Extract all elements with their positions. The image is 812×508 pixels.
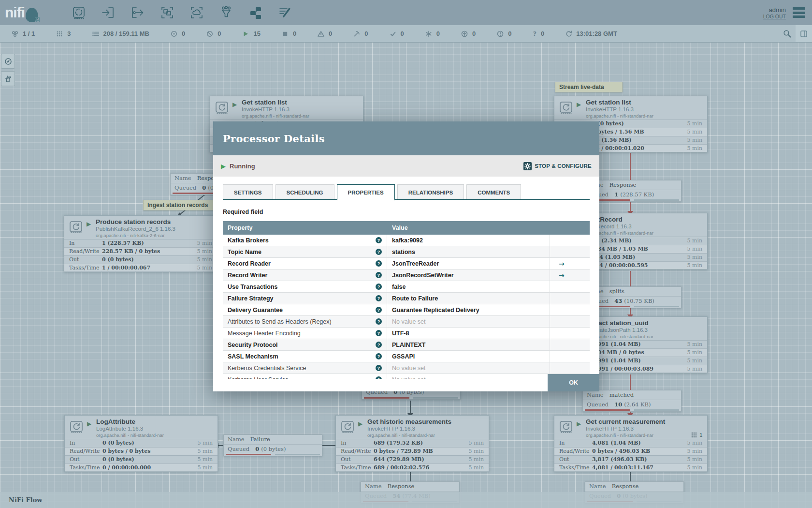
go-to-service-icon[interactable]: →: [559, 271, 565, 279]
canvas-label[interactable]: Stream live-data: [555, 82, 623, 92]
processor-bundle: org.apache.nifi - nifi-standard-nar: [96, 433, 164, 438]
stat-row: In0 (0 bytes)5 min: [65, 439, 218, 447]
process-group-icon[interactable]: [158, 3, 176, 22]
app-header: nifi admin LOG OUT: [0, 0, 812, 25]
help-icon[interactable]: ?: [376, 237, 382, 243]
template-icon[interactable]: [246, 3, 265, 22]
help-icon[interactable]: ?: [376, 249, 382, 255]
last-refresh-time: 13:01:28 GMT: [576, 30, 617, 37]
processor-type: InvokeHTTP 1.16.3: [242, 106, 290, 112]
help-icon[interactable]: ?: [376, 307, 382, 313]
property-row[interactable]: Failure Strategy ? Route to Failure: [223, 293, 590, 304]
navigate-palette-button[interactable]: [1, 54, 15, 69]
tab-scheduling[interactable]: SCHEDULING: [276, 184, 334, 200]
stat-row: Read/Write0 bytes / 729.89 MB5 min: [336, 447, 489, 455]
connection-line: [630, 472, 631, 482]
connection-label-failure[interactable]: NameFailureQueued0 (0 bytes): [223, 434, 322, 456]
invalid-count: 0: [318, 30, 332, 37]
funnel-icon[interactable]: [217, 3, 235, 22]
gear-icon: [523, 162, 532, 170]
help-icon[interactable]: ?: [376, 376, 382, 379]
stopped-count: 0: [282, 30, 296, 37]
property-row[interactable]: Message Header Encoding ? UTF-8: [223, 328, 590, 339]
help-icon[interactable]: ?: [376, 353, 382, 359]
running-icon: ▶: [577, 101, 581, 108]
processor-icon[interactable]: [70, 3, 88, 22]
last-refresh[interactable]: 13:01:28 GMT: [566, 30, 617, 37]
ok-button[interactable]: OK: [548, 374, 599, 391]
not-transmitting-count: 0: [206, 30, 221, 37]
property-value: stations: [392, 249, 415, 255]
label-icon[interactable]: [276, 3, 294, 22]
help-icon[interactable]: ?: [376, 330, 382, 336]
processor-name: Get station list: [242, 99, 287, 106]
panel-icon[interactable]: [796, 25, 812, 42]
sync-failure-icon: ?: [533, 30, 537, 37]
processor-bundle: org.apache.nifi - nifi-kafka-2-6-nar: [96, 233, 165, 238]
flow-status-bar: 1 / 13208 / 159.11 MB00150000000?0 13:01…: [0, 25, 812, 43]
help-icon[interactable]: ?: [376, 260, 382, 267]
stat-row: Out0 (0 bytes)5 min: [65, 455, 218, 463]
running-icon: ▶: [358, 420, 362, 427]
running-icon: ▶: [577, 420, 581, 427]
processor-bundle: org.apache.nifi - nifi-standard-nar: [586, 433, 653, 438]
property-row[interactable]: Record Writer ? JsonRecordSetWriter →: [223, 269, 590, 281]
help-icon[interactable]: ?: [376, 272, 382, 278]
processor-bundle: org.apache.nifi - nifi-standard-nar: [242, 113, 309, 119]
breadcrumb-bar: NiFi Flow: [0, 492, 812, 508]
property-row[interactable]: Kerberos Credentials Service ? No value …: [223, 362, 590, 374]
remote-process-group-icon[interactable]: [188, 3, 206, 22]
property-row[interactable]: Topic Name ? stations: [223, 246, 590, 258]
help-icon[interactable]: ?: [376, 318, 382, 325]
property-column-header: Property: [223, 224, 387, 231]
input-port-icon[interactable]: [99, 3, 117, 22]
go-to-service-icon[interactable]: →: [559, 260, 565, 268]
connection-label-matched[interactable]: NamematchedQueued10 (2.64 KB): [582, 390, 682, 412]
processor-icon: [559, 100, 573, 115]
property-row[interactable]: Delivery Guarantee ? Guarantee Replicate…: [223, 304, 590, 316]
property-row[interactable]: Record Reader ? JsonTreeReader →: [223, 258, 590, 269]
help-icon[interactable]: ?: [376, 295, 382, 301]
active-threads-count: 3: [56, 30, 71, 37]
processor-type: InvokeHTTP 1.16.3: [586, 426, 634, 432]
logout-link[interactable]: LOG OUT: [763, 14, 786, 19]
stop-and-configure-button[interactable]: STOP & CONFIGURE: [523, 162, 592, 170]
locally-modified-count: 0: [425, 30, 440, 37]
breadcrumb[interactable]: NiFi Flow: [9, 496, 43, 504]
canvas-label[interactable]: Ingest station records: [143, 200, 217, 210]
processor-get-historic-measurements[interactable]: ▶ Get historic measurements InvokeHTTP 1…: [335, 415, 489, 472]
property-row[interactable]: Kerberos User Service ? No value set: [223, 374, 590, 379]
property-row[interactable]: Security Protocol ? PLAINTEXT: [223, 339, 590, 351]
property-name: Kerberos Credentials Service: [228, 365, 376, 372]
property-row[interactable]: Use Transactions ? false: [223, 281, 590, 293]
processor-stats: In0 (0 bytes)5 minRead/Write0 bytes / 0 …: [65, 439, 218, 472]
tab-settings[interactable]: SETTINGS: [223, 184, 273, 200]
property-value: PLAINTEXT: [392, 342, 425, 348]
running-count: 15: [242, 30, 260, 37]
run-status-text: Running: [230, 163, 255, 170]
help-icon[interactable]: ?: [376, 284, 382, 290]
property-row[interactable]: Kafka Brokers ? kafka:9092: [223, 235, 590, 246]
operate-palette-button[interactable]: [1, 71, 15, 86]
help-icon[interactable]: ?: [376, 342, 382, 348]
processor-logattribute[interactable]: ▶ LogAttribute LogAttribute 1.16.3 org.a…: [64, 415, 218, 472]
tab-comments[interactable]: COMMENTS: [466, 184, 521, 200]
global-menu-icon[interactable]: [793, 7, 805, 18]
property-row[interactable]: SASL Mechanism ? GSSAPI: [223, 351, 590, 362]
dialog-tabs: SETTINGSSCHEDULINGPROPERTIESRELATIONSHIP…: [223, 184, 590, 200]
stat-row: Tasks/Time689 / 00:02:02.5765 min: [336, 463, 489, 472]
search-icon[interactable]: [778, 25, 796, 42]
output-port-icon[interactable]: [129, 3, 147, 22]
refresh-icon[interactable]: [566, 30, 572, 37]
processor-produce-station-records[interactable]: ▶ Produce station records PublishKafkaRe…: [64, 215, 218, 272]
stat-row: Tasks/Time1 / 00:00:00.0675 min: [64, 264, 217, 272]
property-name: Security Protocol: [228, 342, 376, 348]
property-value: UTF-8: [392, 330, 409, 337]
processor-get-current-measurement[interactable]: ▶ Get current measurement InvokeHTTP 1.1…: [554, 415, 708, 472]
property-row[interactable]: Attributes to Send as Headers (Regex) ? …: [223, 316, 590, 328]
help-icon[interactable]: ?: [376, 365, 382, 371]
processor-name: Produce station records: [96, 218, 171, 225]
tab-relationships[interactable]: RELATIONSHIPS: [397, 184, 464, 200]
queued-count: 208 / 159.11 MB: [92, 30, 149, 37]
tab-properties[interactable]: PROPERTIES: [337, 184, 395, 200]
